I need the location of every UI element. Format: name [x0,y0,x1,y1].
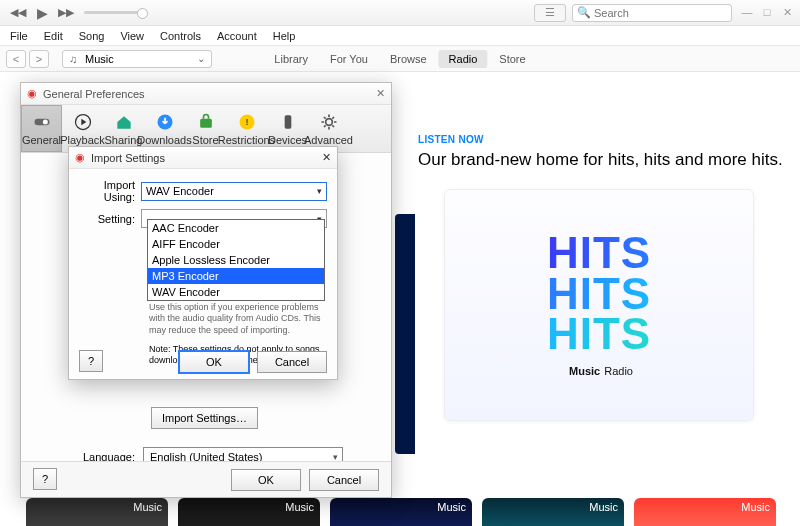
volume-slider[interactable] [84,11,144,14]
tab-downloads[interactable]: Downloads [144,105,185,152]
encoder-option[interactable]: WAV Encoder [148,284,324,300]
error-correction-hint: Use this option if you experience proble… [149,302,327,336]
tab-for-you[interactable]: For You [320,50,378,68]
prefs-help-button[interactable]: ? [33,468,57,490]
menu-view[interactable]: View [114,28,150,44]
source-dropdown[interactable]: Music [62,50,212,68]
nav-bar: < > Music Library For You Browse Radio S… [0,46,800,72]
prefs-titlebar[interactable]: ◉ General Preferences ✕ [21,83,391,105]
minimize-button[interactable]: — [740,6,754,19]
bottom-card[interactable]: Music [26,498,168,526]
tab-restrictions[interactable]: !Restrictions [226,105,267,152]
switch-icon [32,112,52,132]
hits-line-3: HITS [547,314,651,354]
bottom-card-row: Music Music Music Music Music [26,498,800,526]
menu-song[interactable]: Song [73,28,111,44]
download-icon [155,112,175,132]
badge: Music [589,501,618,526]
tab-radio[interactable]: Radio [439,50,488,68]
import-help-button[interactable]: ? [79,350,103,372]
svg-rect-4 [200,118,212,127]
import-footer: OK Cancel [69,345,337,379]
list-view-button[interactable]: ☰ [534,4,566,22]
tab-label: Advanced [304,134,353,146]
device-icon [278,112,298,132]
tab-devices[interactable]: Devices [267,105,308,152]
tab-label: Playback [60,134,105,146]
hero-artwork: HITS HITS HITS Music Radio [444,189,754,421]
encoder-option[interactable]: Apple Lossless Encoder [148,252,324,268]
badge: Music [741,501,770,526]
svg-point-8 [325,118,332,125]
close-button[interactable]: ✕ [780,6,794,19]
tab-browse[interactable]: Browse [380,50,437,68]
svg-text:!: ! [245,117,248,127]
hits-line-1: HITS [547,233,651,273]
tab-label: Store [192,134,218,146]
menu-file[interactable]: File [4,28,34,44]
menu-account[interactable]: Account [211,28,263,44]
tab-store[interactable]: Store [489,50,535,68]
itunes-icon: ◉ [75,151,85,164]
svg-point-1 [42,119,47,124]
badge: Music [285,501,314,526]
source-label: Music [85,53,114,65]
home-icon [114,112,134,132]
svg-rect-7 [284,115,291,128]
prefs-footer: OK Cancel [21,461,391,497]
import-settings-button[interactable]: Import Settings… [151,407,258,429]
encoder-option-highlighted[interactable]: MP3 Encoder [148,268,324,284]
tab-advanced[interactable]: Advanced [308,105,349,152]
prefs-ok-button[interactable]: OK [231,469,301,491]
bottom-card[interactable]: Music [482,498,624,526]
import-using-value: WAV Encoder [146,185,214,197]
bottom-card[interactable]: Music [634,498,776,526]
bottom-card[interactable]: Music [178,498,320,526]
hero-title: Our brand-new home for hits, hits and mo… [418,149,784,171]
badge: Music [437,501,466,526]
brand-bold: Music [569,365,600,377]
import-title: Import Settings [91,152,322,164]
search-icon: 🔍 [577,6,591,19]
warning-icon: ! [237,112,257,132]
music-radio-label: Music Radio [565,365,633,377]
forward-button[interactable]: ▶▶ [56,3,76,23]
back-button[interactable]: < [6,50,26,68]
view-tabs: Library For You Browse Radio Store [264,50,535,68]
play-button[interactable]: ▶ [32,3,52,23]
search-input[interactable] [594,7,727,19]
prefs-cancel-button[interactable]: Cancel [309,469,379,491]
import-settings-dialog: ◉ Import Settings ✕ Import Using: WAV En… [68,146,338,380]
prefs-title: General Preferences [43,88,376,100]
tab-playback[interactable]: Playback [62,105,103,152]
import-ok-button[interactable]: OK [179,351,249,373]
bottom-card[interactable]: Music [330,498,472,526]
tab-label: Downloads [137,134,191,146]
prefs-close-icon[interactable]: ✕ [376,87,385,100]
rewind-button[interactable]: ◀◀ [8,3,28,23]
tab-library[interactable]: Library [264,50,318,68]
encoder-option[interactable]: AIFF Encoder [148,236,324,252]
import-titlebar[interactable]: ◉ Import Settings ✕ [69,147,337,169]
badge: Music [133,501,162,526]
window-controls: — □ ✕ [740,6,794,19]
menu-bar: File Edit Song View Controls Account Hel… [0,26,800,46]
forward-button[interactable]: > [29,50,49,68]
maximize-button[interactable]: □ [760,6,774,19]
tab-general[interactable]: General [21,105,62,152]
brand-rest: Radio [604,365,633,377]
itunes-icon: ◉ [27,87,37,100]
adjacent-card-edge [395,214,415,454]
import-cancel-button[interactable]: Cancel [257,351,327,373]
tab-label: General [22,134,61,146]
encoder-dropdown-list: AAC Encoder AIFF Encoder Apple Lossless … [147,219,325,301]
hero-kicker: LISTEN NOW [418,134,784,145]
menu-help[interactable]: Help [267,28,302,44]
hero-card[interactable]: LISTEN NOW Our brand-new home for hits, … [418,134,784,470]
menu-controls[interactable]: Controls [154,28,207,44]
search-field[interactable]: 🔍 [572,4,732,22]
import-using-dropdown[interactable]: WAV Encoder [141,182,327,201]
menu-edit[interactable]: Edit [38,28,69,44]
import-close-icon[interactable]: ✕ [322,151,331,164]
encoder-option[interactable]: AAC Encoder [148,220,324,236]
